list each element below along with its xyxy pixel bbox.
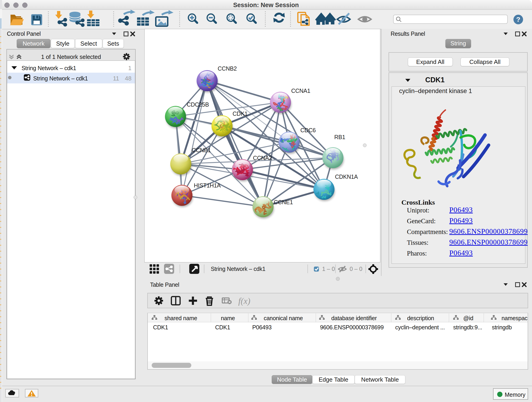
svg-text:RB1: RB1 — [334, 134, 345, 140]
svg-text:CCNA2: CCNA2 — [253, 155, 272, 161]
svg-text:CDC6: CDC6 — [300, 127, 316, 133]
svg-text:String Network – cdk1: String Network – cdk1 — [211, 266, 265, 272]
svg-text:HIST1H1A: HIST1H1A — [194, 182, 221, 189]
svg-text:f(x): f(x) — [238, 296, 250, 306]
svg-text:CDK1: CDK1 — [233, 110, 248, 117]
svg-text:CCNB1: CCNB1 — [192, 147, 211, 153]
svg-text:0 – 0: 0 – 0 — [350, 266, 362, 272]
svg-text:1 – 0: 1 – 0 — [322, 266, 335, 272]
svg-text:CCNE1: CCNE1 — [274, 199, 293, 205]
svg-text:CDKN1A: CDKN1A — [335, 173, 358, 180]
svg-text:CCNA1: CCNA1 — [291, 88, 310, 94]
svg-text:CCNB2: CCNB2 — [218, 65, 237, 72]
svg-text:CDC25B: CDC25B — [187, 101, 209, 108]
